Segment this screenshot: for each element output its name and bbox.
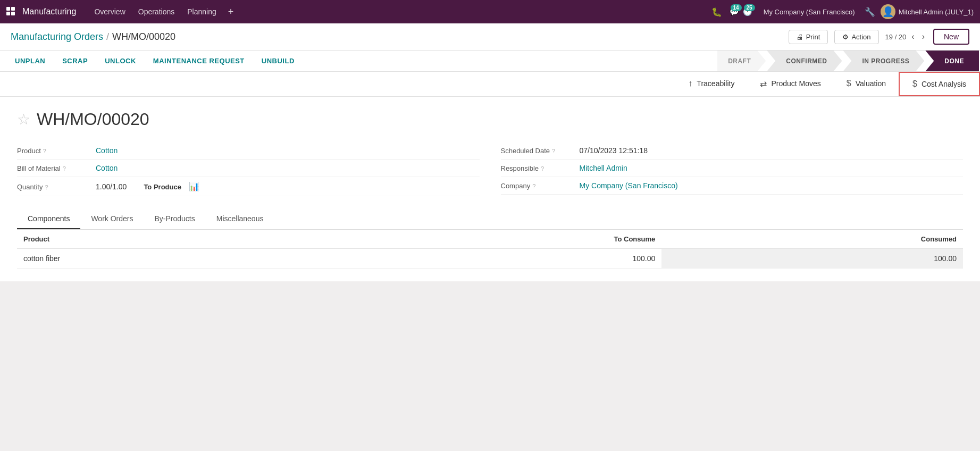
company-row: Company ? My Company (San Francisco) <box>501 177 964 195</box>
top-navigation: Manufacturing Overview Operations Planni… <box>0 0 980 23</box>
print-button[interactable]: 🖨 Print <box>789 30 828 44</box>
tab-cost-analysis[interactable]: $ Cost Analysis <box>899 72 980 96</box>
responsible-row: Responsible ? Mitchell Admin <box>501 160 964 177</box>
col-product: Product <box>17 230 325 249</box>
status-done[interactable]: DONE <box>925 51 979 71</box>
breadcrumb-current: WH/MO/00020 <box>112 31 175 43</box>
activity-badge: 25 <box>744 4 755 11</box>
bom-row: Bill of Material ? Cotton <box>17 160 480 177</box>
top-tabs-bar: ↑ Traceability ⇄ Product Moves $ Valuati… <box>0 72 980 97</box>
action-buttons-section: UNPLAN SCRAP UNLOCK MAINTENANCE REQUEST … <box>0 51 717 71</box>
chat-badge-wrap[interactable]: 💬 14 <box>730 7 739 16</box>
unbuild-button[interactable]: UNBUILD <box>253 51 303 71</box>
tab-miscellaneous[interactable]: Miscellaneous <box>206 209 274 229</box>
tab-by-products[interactable]: By-Products <box>144 209 205 229</box>
breadcrumb-actions: 🖨 Print ⚙ Action 19 / 20 ‹ › New <box>789 29 969 45</box>
user-menu[interactable]: 👤 Mitchell Admin (JULY_1) <box>881 4 974 19</box>
action-status-row: UNPLAN SCRAP UNLOCK MAINTENANCE REQUEST … <box>0 51 980 72</box>
gear-icon: ⚙ <box>842 33 849 41</box>
scrap-button[interactable]: SCRAP <box>54 51 96 71</box>
bom-help-icon[interactable]: ? <box>63 165 66 172</box>
tab-product-moves[interactable]: ⇄ Product Moves <box>747 72 833 96</box>
tab-work-orders[interactable]: Work Orders <box>80 209 144 229</box>
col-consumed: Consumed <box>661 230 963 249</box>
company-name: My Company (San Francisco) <box>764 8 855 16</box>
favorite-star[interactable]: ☆ <box>17 111 30 128</box>
maintenance-request-button[interactable]: MAINTENANCE REQUEST <box>145 51 253 71</box>
action-button[interactable]: ⚙ Action <box>834 30 878 44</box>
chart-icon[interactable]: 📊 <box>189 181 199 191</box>
unlock-button[interactable]: UNLOCK <box>96 51 145 71</box>
company-help-icon[interactable]: ? <box>532 183 535 189</box>
components-table: Product To Consume Consumed cotton fiber… <box>17 230 963 269</box>
breadcrumb: Manufacturing Orders / WH/MO/00020 <box>11 31 175 43</box>
responsible-value[interactable]: Mitchell Admin <box>580 164 627 172</box>
main-content: ☆ WH/MO/00020 Product ? Cotton Bill of M… <box>0 97 980 281</box>
settings-icon[interactable]: 🔧 <box>861 5 878 19</box>
nav-add-icon[interactable]: + <box>224 4 238 20</box>
bug-icon[interactable]: 🐛 <box>707 5 726 19</box>
scheduled-date-help-icon[interactable]: ? <box>552 148 555 154</box>
product-value[interactable]: Cotton <box>96 146 118 155</box>
table-row: cotton fiber 100.00 100.00 <box>17 249 963 269</box>
form-left: Product ? Cotton Bill of Material ? Cott… <box>17 142 480 196</box>
traceability-icon: ↑ <box>688 79 692 88</box>
bom-label: Bill of Material ? <box>17 164 91 172</box>
app-name: Manufacturing <box>22 7 76 16</box>
prev-page-button[interactable]: ‹ <box>909 31 916 43</box>
record-title: WH/MO/00020 <box>37 110 149 129</box>
form-grid: Product ? Cotton Bill of Material ? Cott… <box>17 142 963 196</box>
to-produce-label: To Produce <box>144 183 181 191</box>
tab-traceability[interactable]: ↑ Traceability <box>675 72 747 96</box>
tab-valuation[interactable]: $ Valuation <box>834 72 899 96</box>
breadcrumb-parent[interactable]: Manufacturing Orders <box>11 31 103 43</box>
product-moves-icon: ⇄ <box>760 79 767 89</box>
status-confirmed[interactable]: CONFIRMED <box>767 51 842 71</box>
page-navigation: 19 / 20 ‹ › <box>885 31 927 43</box>
inner-tabs: Components Work Orders By-Products Misce… <box>17 209 963 230</box>
svg-rect-2 <box>6 12 10 15</box>
scheduled-date-row: Scheduled Date ? 07/10/2023 12:51:18 <box>501 142 964 160</box>
quantity-help-icon[interactable]: ? <box>45 184 48 190</box>
svg-rect-3 <box>11 12 15 15</box>
activity-badge-wrap[interactable]: 🕐 25 <box>743 7 752 16</box>
scheduled-date-label: Scheduled Date ? <box>501 147 575 155</box>
status-draft[interactable]: DRAFT <box>717 51 766 71</box>
product-row: Product ? Cotton <box>17 142 480 160</box>
cost-analysis-icon: $ <box>912 79 917 89</box>
user-avatar: 👤 <box>881 4 895 19</box>
chat-badge: 14 <box>731 4 742 11</box>
valuation-icon: $ <box>847 79 851 88</box>
page-info: 19 / 20 <box>885 33 907 41</box>
form-right: Scheduled Date ? 07/10/2023 12:51:18 Res… <box>501 142 964 196</box>
unplan-button[interactable]: UNPLAN <box>6 51 54 71</box>
status-steps: DRAFT CONFIRMED IN PROGRESS DONE <box>717 51 980 71</box>
nav-overview[interactable]: Overview <box>89 4 130 19</box>
quantity-label: Quantity ? <box>17 183 91 191</box>
company-label: Company ? <box>501 182 575 190</box>
row-consumed: 100.00 <box>661 249 963 269</box>
row-product: cotton fiber <box>17 249 325 269</box>
responsible-label: Responsible ? <box>501 164 575 172</box>
scheduled-date-value: 07/10/2023 12:51:18 <box>580 146 648 155</box>
company-value[interactable]: My Company (San Francisco) <box>580 181 678 190</box>
nav-planning[interactable]: Planning <box>182 4 222 19</box>
new-button[interactable]: New <box>933 29 969 45</box>
breadcrumb-bar: Manufacturing Orders / WH/MO/00020 🖨 Pri… <box>0 23 980 51</box>
breadcrumb-separator: / <box>106 31 109 43</box>
app-grid-icon[interactable] <box>6 7 16 16</box>
svg-rect-0 <box>6 7 10 11</box>
responsible-help-icon[interactable]: ? <box>541 165 544 172</box>
col-to-consume: To Consume <box>325 230 662 249</box>
next-page-button[interactable]: › <box>920 31 927 43</box>
print-icon: 🖨 <box>797 33 803 41</box>
product-label: Product ? <box>17 147 91 155</box>
nav-operations[interactable]: Operations <box>133 4 180 19</box>
row-to-consume: 100.00 <box>325 249 662 269</box>
product-help-icon[interactable]: ? <box>43 148 46 154</box>
bom-value[interactable]: Cotton <box>96 164 118 172</box>
status-in-progress[interactable]: IN PROGRESS <box>843 51 924 71</box>
svg-rect-1 <box>11 7 15 11</box>
record-header: ☆ WH/MO/00020 <box>17 110 963 129</box>
tab-components[interactable]: Components <box>17 209 80 229</box>
